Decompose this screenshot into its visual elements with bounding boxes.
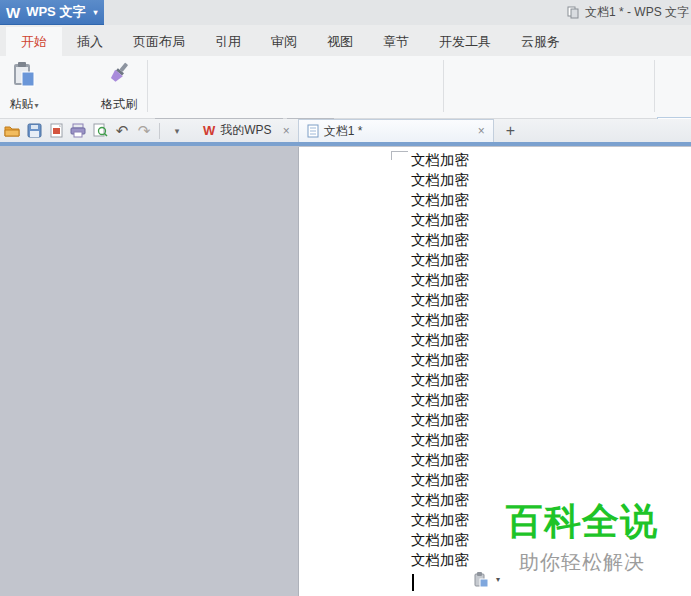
tab-document1[interactable]: 文档1 * × xyxy=(298,119,494,142)
paste-options-button[interactable]: ▾ xyxy=(473,571,500,588)
undo-icon: ↶ xyxy=(116,122,129,140)
close-icon[interactable]: × xyxy=(478,124,485,138)
app-name-label: WPS 文字 xyxy=(26,3,85,21)
document-line: 文档加密 xyxy=(411,270,469,290)
document1-label: 文档1 * xyxy=(324,123,363,140)
print-preview-icon xyxy=(93,123,108,138)
margin-corner-mark xyxy=(391,151,408,160)
chevron-down-icon: ▾ xyxy=(175,126,180,136)
document-line: 文档加密 xyxy=(411,230,469,250)
close-icon[interactable]: × xyxy=(283,124,290,138)
save-button[interactable] xyxy=(24,121,44,141)
customize-toolbar-dropdown[interactable]: ▾ xyxy=(167,121,187,141)
document-line: 文档加密 xyxy=(411,410,469,430)
document-copy-icon xyxy=(567,6,580,19)
document-line: 文档加密 xyxy=(411,310,469,330)
tab-cloud[interactable]: 云服务 xyxy=(506,27,575,56)
new-tab-button[interactable]: + xyxy=(506,122,515,140)
export-pdf-button[interactable] xyxy=(46,121,66,141)
document-canvas[interactable]: 文档加密文档加密文档加密文档加密文档加密文档加密文档加密文档加密文档加密文档加密… xyxy=(0,146,691,596)
document-line: 文档加密 xyxy=(411,150,469,170)
open-button[interactable] xyxy=(2,121,22,141)
document-line: 文档加密 xyxy=(411,250,469,270)
document-line: 文档加密 xyxy=(411,550,469,570)
document-line: 文档加密 xyxy=(411,450,469,470)
watermark: 百科全说 助你轻松解决 xyxy=(502,497,662,576)
document-line: 文档加密 xyxy=(411,370,469,390)
tab-section[interactable]: 章节 xyxy=(368,27,424,56)
tab-references[interactable]: 引用 xyxy=(200,27,256,56)
window-title-label: 文档1 * - WPS 文字 xyxy=(585,4,689,21)
document-line: 文档加密 xyxy=(411,210,469,230)
chevron-down-icon: ▾ xyxy=(496,575,500,584)
document-line: 文档加密 xyxy=(411,350,469,370)
wps-menu-button[interactable]: W WPS 文字 ▾ xyxy=(0,0,104,25)
format-painter-label: 格式刷 xyxy=(101,96,137,113)
document-lines[interactable]: 文档加密文档加密文档加密文档加密文档加密文档加密文档加密文档加密文档加密文档加密… xyxy=(411,150,469,570)
document-line: 文档加密 xyxy=(411,490,469,510)
export-pdf-icon xyxy=(49,123,64,138)
tab-developer[interactable]: 开发工具 xyxy=(424,27,506,56)
print-button[interactable] xyxy=(68,121,88,141)
watermark-title: 百科全说 xyxy=(502,497,662,547)
wps-w-icon: W xyxy=(203,123,215,138)
print-icon xyxy=(70,123,86,138)
format-painter-brush-icon xyxy=(108,61,130,85)
document-line: 文档加密 xyxy=(411,290,469,310)
plus-icon: + xyxy=(506,122,515,139)
document-line: 文档加密 xyxy=(411,510,469,530)
document-line: 文档加密 xyxy=(411,190,469,210)
window-title: 文档1 * - WPS 文字 xyxy=(567,0,689,25)
ribbon-tab-bar: 开始 插入 页面布局 引用 审阅 视图 章节 开发工具 云服务 xyxy=(0,25,691,56)
redo-button[interactable]: ↷ xyxy=(134,121,154,141)
save-icon xyxy=(27,123,42,138)
document-icon xyxy=(307,124,319,138)
open-folder-icon xyxy=(4,124,20,137)
wps-writer-window: W WPS 文字 ▾ 文档1 * - WPS 文字 开始 插入 页面布局 引用 … xyxy=(0,0,691,596)
tab-review[interactable]: 审阅 xyxy=(256,27,312,56)
chevron-down-icon: ▾ xyxy=(34,101,38,110)
document-line: 文档加密 xyxy=(411,390,469,410)
document-line: 文档加密 xyxy=(411,530,469,550)
paste-button[interactable]: 粘贴▾ xyxy=(5,58,43,115)
paste-clipboard-icon xyxy=(12,61,36,88)
tab-home[interactable]: 开始 xyxy=(6,27,62,56)
watermark-subtitle: 助你轻松解决 xyxy=(502,549,662,576)
group-divider xyxy=(654,60,655,112)
text-caret xyxy=(412,574,414,591)
ribbon: 粘贴▾ 剪切 复制 格式刷 xyxy=(0,56,691,119)
document-line: 文档加密 xyxy=(411,330,469,350)
quick-access-toolbar: ↶ ↷ ▾ W 我的WPS × 文档1 * × + xyxy=(0,119,691,142)
tab-page-layout[interactable]: 页面布局 xyxy=(118,27,200,56)
paste-label: 粘贴▾ xyxy=(9,96,38,113)
toolbar-divider xyxy=(159,123,160,139)
wps-logo-icon: W xyxy=(6,4,20,21)
paste-options-icon xyxy=(473,571,490,588)
group-divider xyxy=(147,60,148,112)
tab-insert[interactable]: 插入 xyxy=(62,27,118,56)
format-painter-button[interactable]: 格式刷 xyxy=(98,58,140,115)
redo-icon: ↷ xyxy=(138,122,151,140)
titlebar: W WPS 文字 ▾ 文档1 * - WPS 文字 xyxy=(0,0,691,25)
group-divider xyxy=(443,60,444,112)
document-line: 文档加密 xyxy=(411,170,469,190)
undo-button[interactable]: ↶ xyxy=(112,121,132,141)
document-line: 文档加密 xyxy=(411,430,469,450)
tab-view[interactable]: 视图 xyxy=(312,27,368,56)
my-wps-label: 我的WPS xyxy=(220,122,271,139)
chevron-down-icon: ▾ xyxy=(93,8,97,17)
document-page[interactable]: 文档加密文档加密文档加密文档加密文档加密文档加密文档加密文档加密文档加密文档加密… xyxy=(298,147,691,596)
print-preview-button[interactable] xyxy=(90,121,110,141)
document-line: 文档加密 xyxy=(411,470,469,490)
tab-my-wps[interactable]: W 我的WPS × xyxy=(195,119,298,142)
